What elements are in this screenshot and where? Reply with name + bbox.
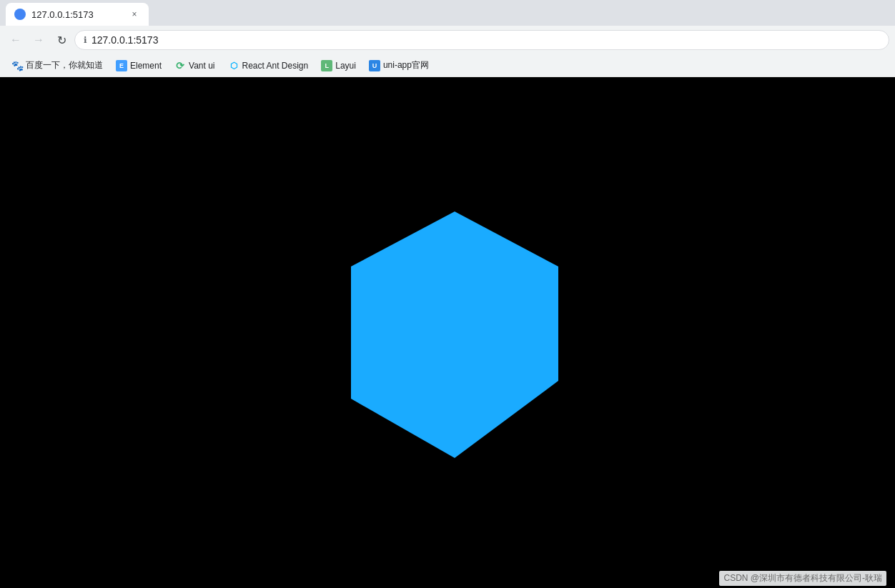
- bookmark-vant-label: Vant ui: [189, 61, 214, 71]
- security-icon: ℹ: [84, 35, 87, 45]
- tab-label: 127.0.0.1:5173: [31, 9, 123, 20]
- forward-button[interactable]: →: [29, 30, 49, 50]
- bookmark-layui-label: Layui: [335, 61, 356, 71]
- hexagon-polygon: [351, 211, 558, 458]
- refresh-button[interactable]: ↻: [51, 30, 71, 50]
- hexagon-container: [340, 204, 569, 490]
- layui-favicon: L: [321, 60, 332, 71]
- browser-chrome: 127.0.0.1:5173 × ← → ↻ ℹ 127.0.0.1:5173 …: [0, 0, 895, 77]
- bookmark-layui[interactable]: L Layui: [315, 57, 362, 74]
- vant-favicon: ⟳: [174, 60, 186, 71]
- uniapp-favicon: U: [369, 60, 380, 71]
- address-bar[interactable]: ℹ 127.0.0.1:5173: [74, 30, 889, 50]
- bookmark-react-ant-label: React Ant Design: [242, 61, 309, 71]
- tab-close-button[interactable]: ×: [129, 9, 140, 20]
- react-ant-favicon: ⬡: [228, 60, 239, 71]
- tab-favicon: [14, 9, 26, 20]
- status-bar-text: CSDN @深圳市有德者科技有限公司-耿瑞: [719, 571, 886, 586]
- back-button[interactable]: ←: [6, 30, 26, 50]
- baidu-favicon: 🐾: [11, 60, 23, 71]
- bookmark-vant[interactable]: ⟳ Vant ui: [169, 57, 220, 74]
- bookmark-uniapp[interactable]: U uni-app官网: [363, 56, 435, 74]
- url-text: 127.0.0.1:5173: [92, 34, 158, 46]
- bookmark-baidu-label: 百度一下，你就知道: [26, 59, 103, 71]
- main-content: CSDN @深圳市有德者科技有限公司-耿瑞: [0, 77, 895, 588]
- bookmark-baidu[interactable]: 🐾 百度一下，你就知道: [6, 56, 109, 74]
- bookmark-react-ant[interactable]: ⬡ React Ant Design: [222, 57, 315, 74]
- tab-bar: 127.0.0.1:5173 ×: [0, 0, 895, 26]
- active-tab[interactable]: 127.0.0.1:5173 ×: [6, 3, 149, 26]
- bookmarks-bar: 🐾 百度一下，你就知道 E Element ⟳ Vant ui ⬡ React …: [0, 54, 895, 77]
- bookmark-element-label: Element: [130, 61, 162, 71]
- bookmark-uniapp-label: uni-app官网: [383, 59, 429, 71]
- hexagon-shape: [340, 204, 569, 490]
- bookmark-element[interactable]: E Element: [110, 57, 167, 74]
- element-favicon: E: [116, 60, 127, 71]
- address-bar-row: ← → ↻ ℹ 127.0.0.1:5173: [0, 26, 895, 54]
